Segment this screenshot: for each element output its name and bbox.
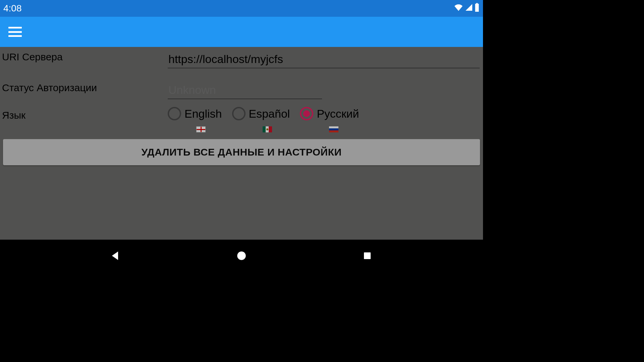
battery-icon xyxy=(474,3,480,14)
language-option-russian[interactable]: Русский xyxy=(300,107,359,120)
app-bar xyxy=(0,17,483,47)
svg-point-0 xyxy=(237,251,246,260)
flag-mexico-icon xyxy=(263,126,272,132)
clear-all-data-button[interactable]: УДАЛИТЬ ВСЕ ДАННЫЕ И НАСТРОЙКИ xyxy=(3,139,480,165)
flag-england-icon xyxy=(196,126,206,132)
server-uri-label: URI Сервера xyxy=(0,49,168,63)
auth-status-value: Unknown xyxy=(168,79,322,99)
flag-russia-icon xyxy=(329,126,338,132)
server-uri-input[interactable] xyxy=(168,49,480,68)
menu-icon[interactable] xyxy=(8,27,22,37)
status-bar: 4:08 xyxy=(0,0,483,17)
cell-signal-icon xyxy=(465,3,473,14)
home-button[interactable] xyxy=(231,246,252,266)
recents-button[interactable] xyxy=(357,246,377,266)
language-option-label: Español xyxy=(249,107,290,120)
wifi-icon xyxy=(453,3,464,14)
back-button[interactable] xyxy=(106,246,126,266)
language-option-label: Русский xyxy=(317,107,359,120)
language-radio-group: English Español Русский xyxy=(168,107,480,120)
language-label: Язык xyxy=(0,107,168,121)
svg-rect-1 xyxy=(364,252,371,259)
radio-icon xyxy=(300,107,313,120)
radio-icon xyxy=(232,107,246,120)
language-option-english[interactable]: English xyxy=(168,107,222,120)
language-option-label: English xyxy=(184,107,222,120)
language-option-spanish[interactable]: Español xyxy=(232,107,290,120)
settings-content: URI Сервера Статус Авторизации Unknown Я… xyxy=(0,47,483,240)
language-flags-row xyxy=(168,126,480,132)
radio-icon xyxy=(168,107,181,120)
auth-status-label: Статус Авторизации xyxy=(0,79,168,94)
system-nav-bar xyxy=(0,240,483,272)
clock: 4:08 xyxy=(3,3,22,14)
